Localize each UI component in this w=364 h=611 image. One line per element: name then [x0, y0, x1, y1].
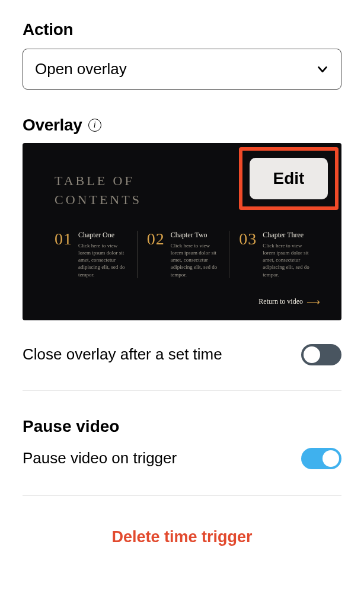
close-overlay-toggle[interactable]: [301, 344, 341, 365]
info-icon[interactable]: i: [88, 119, 101, 132]
action-selected-value: Open overlay: [35, 60, 127, 78]
edit-button[interactable]: Edit: [250, 158, 328, 199]
overlay-preview[interactable]: TABLE OF CONTENTS 01 Chapter One Click h…: [23, 143, 341, 320]
pause-video-label: Pause video on trigger: [23, 449, 177, 467]
chapter-item: 03 Chapter Three Click here to view lore…: [229, 231, 321, 278]
action-label: Action: [23, 20, 341, 39]
chevron-down-icon: [316, 63, 329, 76]
pause-video-toggle[interactable]: [301, 448, 341, 469]
divider: [23, 390, 341, 391]
chapter-item: 02 Chapter Two Click here to view lorem …: [137, 231, 229, 278]
return-to-video: Return to video ⟶: [258, 296, 320, 307]
chapter-item: 01 Chapter One Click here to view lorem …: [55, 231, 137, 278]
overlay-label: Overlay: [23, 116, 82, 135]
edit-highlight: Edit: [239, 147, 339, 210]
action-select[interactable]: Open overlay: [23, 49, 341, 90]
toc-chapters: 01 Chapter One Click here to view lorem …: [55, 231, 321, 278]
toc-title: TABLE OF CONTENTS: [55, 171, 142, 209]
pause-video-title: Pause video: [23, 417, 341, 436]
close-overlay-label: Close overlay after a set time: [23, 345, 222, 364]
arrow-right-icon: ⟶: [306, 296, 320, 307]
delete-time-trigger-button[interactable]: Delete time trigger: [23, 528, 341, 546]
divider: [23, 495, 341, 496]
